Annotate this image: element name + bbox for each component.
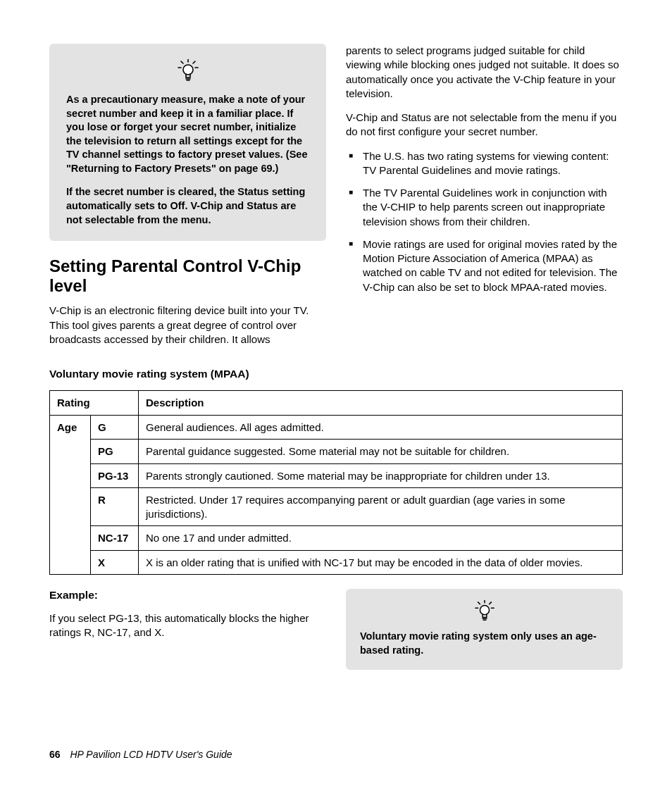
rating-code: PG: [91, 440, 139, 464]
footer-title: HP Pavilion LCD HDTV User's Guide: [70, 749, 232, 760]
callout-1-paragraph-1: As a precautionary measure, make a note …: [66, 93, 309, 175]
rating-desc: General audiences. All ages admitted.: [139, 415, 623, 440]
bullet-list: The U.S. has two rating systems for view…: [346, 149, 623, 294]
lightbulb-icon: [177, 59, 199, 86]
rating-desc: X is an older rating that is unified wit…: [139, 550, 623, 575]
header-description: Description: [139, 391, 623, 416]
tip-callout-1: As a precautionary measure, make a note …: [49, 44, 326, 241]
svg-line-9: [478, 602, 480, 604]
table-row: X X is an older rating that is unified w…: [50, 550, 623, 575]
lightbulb-icon: [474, 600, 495, 625]
header-rating: Rating: [50, 391, 139, 416]
section-heading: Setting Parental Control V-Chip level: [49, 256, 326, 295]
right-paragraph-1: parents to select programs judged suitab…: [346, 44, 623, 101]
bulb-icon-wrap: [66, 59, 309, 86]
svg-line-1: [181, 61, 183, 63]
mpaa-rating-table: Rating Description Age G General audienc…: [49, 390, 623, 575]
example-heading: Example:: [49, 589, 326, 602]
svg-point-5: [183, 65, 193, 75]
example-block: Example: If you select PG-13, this autom…: [49, 589, 326, 670]
rating-code: NC-17: [91, 526, 139, 551]
lower-row: Example: If you select PG-13, this autom…: [49, 589, 623, 670]
tip-callout-2: Voluntary movie rating system only uses …: [346, 589, 623, 670]
page-footer: 66 HP Pavilion LCD HDTV User's Guide: [49, 749, 232, 760]
svg-line-2: [193, 61, 195, 63]
bullet-item: Movie ratings are used for original movi…: [346, 237, 623, 294]
rating-code: X: [91, 550, 139, 575]
rating-desc: No one 17 and under admitted.: [139, 526, 623, 551]
right-paragraph-2: V-Chip and Status are not selectable fro…: [346, 111, 623, 139]
page-number: 66: [49, 749, 61, 760]
table-row: PG Parental guidance suggested. Some mat…: [50, 440, 623, 464]
rating-desc: Restricted. Under 17 requires accompanyi…: [139, 488, 623, 526]
callout-2-wrap: Voluntary movie rating system only uses …: [346, 589, 623, 670]
table-row: PG-13 Parents strongly cautioned. Some m…: [50, 463, 623, 488]
rating-desc: Parental guidance suggested. Some materi…: [139, 440, 623, 464]
rating-code: PG-13: [91, 463, 139, 488]
svg-point-13: [480, 606, 489, 615]
callout-1-paragraph-2: If the secret number is cleared, the Sta…: [66, 185, 309, 227]
table-header-row: Rating Description: [50, 391, 623, 416]
table-row: Age G General audiences. All ages admitt…: [50, 415, 623, 440]
left-column: As a precautionary measure, make a note …: [49, 44, 326, 356]
table-row: R Restricted. Under 17 requires accompan…: [50, 488, 623, 526]
rating-desc: Parents strongly cautioned. Some materia…: [139, 463, 623, 488]
rating-code: G: [91, 415, 139, 440]
rating-code: R: [91, 488, 139, 526]
page: As a precautionary measure, make a note …: [0, 0, 672, 791]
bullet-item: The U.S. has two rating systems for view…: [346, 149, 623, 178]
age-label-cell: Age: [50, 415, 91, 575]
callout-2-text: Voluntary movie rating system only uses …: [360, 630, 609, 657]
example-text: If you select PG-13, this automatically …: [49, 611, 326, 640]
intro-paragraph: V-Chip is an electronic filtering device…: [49, 304, 326, 347]
right-column: parents to select programs judged suitab…: [346, 44, 623, 356]
bullet-item: The TV Parental Guidelines work in conju…: [346, 186, 623, 229]
table-row: NC-17 No one 17 and under admitted.: [50, 526, 623, 551]
two-column-layout: As a precautionary measure, make a note …: [49, 44, 623, 356]
bulb-icon-wrap: [360, 600, 609, 625]
svg-line-10: [489, 602, 491, 604]
table-title: Voluntary movie rating system (MPAA): [49, 368, 623, 380]
